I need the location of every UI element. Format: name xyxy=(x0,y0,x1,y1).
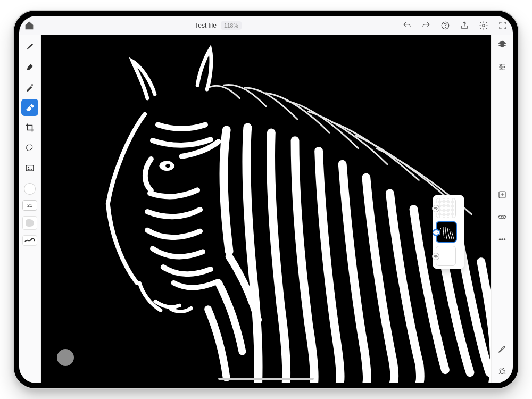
svg-point-9 xyxy=(435,256,436,257)
zoom-badge[interactable]: 118% xyxy=(221,21,242,30)
document-title-group: Test file 118% xyxy=(195,21,242,30)
paint-brush-tool-icon[interactable] xyxy=(21,59,38,76)
visibility-visible-icon[interactable] xyxy=(433,229,440,236)
share-icon[interactable] xyxy=(460,21,469,30)
touch-shortcut-button[interactable] xyxy=(57,349,74,366)
svg-point-8 xyxy=(436,232,437,233)
svg-point-16 xyxy=(502,239,503,240)
right-toolbar xyxy=(491,35,513,383)
redo-icon[interactable] xyxy=(421,21,431,30)
smudge-tool-icon[interactable] xyxy=(21,79,38,96)
svg-point-12 xyxy=(501,68,502,70)
document-title: Test file xyxy=(195,22,217,29)
visibility-hidden-icon[interactable] xyxy=(432,205,439,212)
svg-point-1 xyxy=(445,27,446,28)
eraser-tool-icon[interactable] xyxy=(21,99,38,116)
help-icon[interactable] xyxy=(440,21,450,30)
image-tool-icon[interactable] xyxy=(21,160,38,177)
ipad-frame: Test file 118% xyxy=(13,10,519,389)
svg-point-18 xyxy=(500,370,504,374)
app-screen: Test file 118% xyxy=(19,16,513,383)
svg-point-14 xyxy=(501,216,504,219)
sliders-icon[interactable] xyxy=(496,61,509,73)
artwork-zebra xyxy=(41,35,491,383)
home-icon[interactable] xyxy=(24,21,34,30)
color-chip[interactable] xyxy=(24,183,36,195)
svg-point-2 xyxy=(483,24,485,27)
fullscreen-icon[interactable] xyxy=(498,21,508,30)
ipad-home-indicator xyxy=(218,378,314,380)
layers-icon[interactable] xyxy=(496,38,509,51)
undo-icon[interactable] xyxy=(402,21,412,30)
more-icon[interactable] xyxy=(496,233,509,246)
crop-tool-icon[interactable] xyxy=(21,119,38,136)
top-bar: Test file 118% xyxy=(19,16,513,35)
pencil-gesture-icon[interactable] xyxy=(496,343,509,355)
svg-point-10 xyxy=(500,64,502,66)
brush-shape-preview[interactable] xyxy=(22,216,37,230)
svg-point-17 xyxy=(504,239,505,240)
layer-thumb-art[interactable] xyxy=(436,221,457,243)
left-toolbar: 21 xyxy=(19,35,41,383)
bug-icon[interactable] xyxy=(496,365,509,378)
layer-thumb-background[interactable] xyxy=(436,246,456,266)
main-row: 21 xyxy=(19,35,513,383)
eye-icon[interactable] xyxy=(496,211,509,223)
add-layer-icon[interactable] xyxy=(496,188,509,201)
pixel-brush-tool-icon[interactable] xyxy=(21,38,38,55)
brush-stroke-preview[interactable] xyxy=(22,235,37,246)
settings-gear-icon[interactable] xyxy=(479,21,488,30)
brush-size-field[interactable]: 21 xyxy=(22,200,37,211)
svg-point-7 xyxy=(165,164,171,168)
canvas[interactable] xyxy=(41,35,491,383)
selection-tool-icon[interactable] xyxy=(21,139,38,156)
layer-thumb-empty[interactable] xyxy=(436,198,456,218)
svg-point-5 xyxy=(28,167,29,168)
svg-point-3 xyxy=(31,84,33,86)
layers-panel xyxy=(433,195,464,269)
visibility-visible-icon[interactable] xyxy=(432,253,439,260)
svg-point-11 xyxy=(503,66,505,68)
svg-point-15 xyxy=(499,239,500,240)
